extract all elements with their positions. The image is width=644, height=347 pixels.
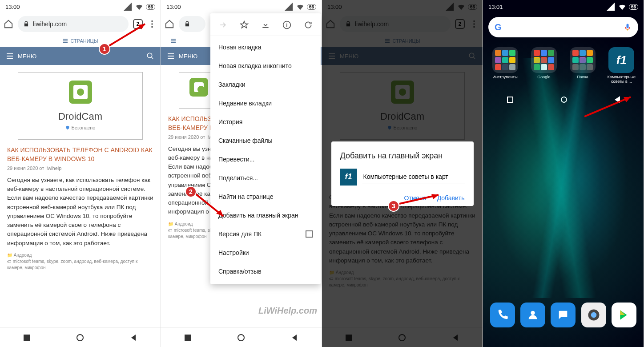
svg-point-3 — [147, 53, 152, 58]
back-button[interactable] — [130, 334, 137, 341]
battery-icon: 66 — [146, 4, 155, 10]
url-text: liwihelp.com — [33, 20, 67, 28]
hamburger-icon — [6, 52, 13, 60]
lock-icon — [23, 21, 29, 27]
menu-top-actions — [210, 17, 321, 36]
back-button[interactable] — [291, 334, 298, 341]
info-icon[interactable] — [282, 20, 291, 29]
phone-app[interactable] — [490, 303, 515, 327]
svg-rect-4 — [24, 335, 30, 341]
svg-point-5 — [77, 335, 83, 341]
battery-icon: 66 — [307, 4, 316, 10]
signal-icon — [123, 2, 133, 12]
hamburger-icon — [167, 52, 174, 60]
article-meta: 29 июня 2020 от liwihelp — [7, 165, 153, 172]
droidcam-box: DroidCam Безопасно — [18, 72, 143, 140]
menu-downloads[interactable]: Скачанные файлы — [210, 131, 321, 150]
pages-bar[interactable]: СТРАНИЦЫ — [0, 35, 161, 47]
menu-add-home[interactable]: Добавить на главный экран — [210, 206, 321, 225]
dock — [483, 303, 644, 327]
wallpaper — [483, 58, 644, 298]
mic-icon[interactable] — [623, 23, 632, 32]
droidcam-title: DroidCam — [26, 110, 134, 124]
article-title[interactable]: КАК ИСПОЛЬЗОВАТЬ ТЕЛЕФОН С ANDROID КАК В… — [7, 146, 153, 163]
nav-buttons — [161, 327, 322, 347]
svg-point-7 — [238, 335, 244, 341]
checkbox-icon[interactable] — [306, 230, 313, 238]
add-button[interactable]: Добавить — [437, 194, 465, 202]
home-button[interactable] — [237, 334, 245, 341]
menu-help[interactable]: Справка/отзыв — [210, 262, 321, 281]
menu-find[interactable]: Найти на странице — [210, 187, 321, 206]
signal-icon — [606, 2, 616, 12]
status-bar: 13:00 66 — [0, 0, 161, 13]
status-icons: 66 — [123, 2, 155, 12]
tab-count[interactable]: 2 — [133, 19, 143, 29]
phone-4: 13:01 66 G Инструменты Google Папка f1Ко… — [483, 0, 644, 347]
recent-apps-button[interactable] — [23, 334, 30, 341]
recent-apps-button[interactable] — [184, 334, 191, 341]
star-icon[interactable] — [240, 20, 249, 29]
url-bar[interactable] — [179, 16, 205, 32]
svg-point-0 — [151, 20, 153, 22]
site-icon: f1 — [340, 169, 357, 186]
menu-incognito[interactable]: Новая вкладка инкогнито — [210, 56, 321, 75]
reload-icon[interactable] — [304, 20, 313, 29]
svg-rect-6 — [185, 335, 191, 341]
article-categories: 📁 Андроид🏷 microsoft teams, skype, zoom,… — [7, 252, 153, 271]
site-menu-bar: МЕНЮ — [0, 47, 161, 65]
home-icon[interactable] — [165, 19, 174, 29]
battery-icon: 66 — [629, 4, 638, 10]
menu-button[interactable]: МЕНЮ — [6, 52, 36, 60]
status-bar: 13:00 66 — [161, 0, 322, 13]
play-store-app[interactable] — [612, 303, 636, 327]
menu-button[interactable]: МЕНЮ — [167, 52, 197, 60]
dialog-title: Добавить на главный экран — [340, 151, 465, 161]
phone-1: 13:00 66 liwihelp.com 2 СТРАНИЦЫ МЕНЮ Dr… — [0, 0, 161, 347]
dialog-overlay[interactable]: Добавить на главный экран f1 Отмена Доба… — [322, 0, 483, 347]
add-to-home-dialog: Добавить на главный экран f1 Отмена Доба… — [331, 141, 474, 206]
menu-translate[interactable]: Перевести... — [210, 150, 321, 169]
messages-app[interactable] — [551, 303, 576, 327]
download-icon[interactable] — [261, 20, 270, 29]
menu-bookmarks[interactable]: Закладки — [210, 75, 321, 94]
cancel-button[interactable]: Отмена — [404, 194, 426, 202]
google-search-bar[interactable]: G — [488, 17, 638, 37]
more-icon[interactable] — [147, 19, 157, 29]
menu-desktop[interactable]: Версия для ПК — [210, 225, 321, 243]
hamburger-icon — [63, 38, 68, 44]
menu-history[interactable]: История — [210, 113, 321, 131]
forward-icon[interactable] — [218, 20, 227, 29]
chrome-menu: Новая вкладка Новая вкладка инкогнито За… — [210, 13, 321, 284]
article-text: Сегодня вы узнаете, как использовать тел… — [7, 176, 153, 248]
page-content: DroidCam Безопасно КАК ИСПОЛЬЗОВАТЬ ТЕЛЕ… — [0, 65, 161, 327]
home-icon[interactable] — [4, 19, 13, 29]
google-logo: G — [495, 22, 502, 32]
svg-point-1 — [151, 23, 153, 25]
svg-rect-15 — [627, 24, 629, 28]
url-bar[interactable]: liwihelp.com — [18, 16, 129, 32]
watermark: LiWiHelp.com — [258, 306, 317, 316]
clock: 13:00 — [166, 4, 181, 10]
clock: 13:01 — [488, 4, 503, 10]
wifi-icon — [134, 2, 144, 12]
svg-point-18 — [591, 312, 596, 318]
nav-buttons — [0, 327, 161, 347]
menu-share[interactable]: Поделиться... — [210, 169, 321, 187]
svg-point-2 — [151, 26, 153, 28]
droidcam-logo — [189, 78, 208, 97]
menu-new-tab[interactable]: Новая вкладка — [210, 38, 321, 56]
signal-icon — [284, 2, 294, 12]
browser-toolbar: liwihelp.com 2 — [0, 13, 161, 35]
contacts-app[interactable] — [520, 303, 545, 327]
step-badge-1: 1 — [99, 43, 110, 55]
camera-app[interactable] — [581, 303, 606, 327]
shortcut-name-input[interactable] — [362, 170, 465, 183]
status-bar: 13:01 66 — [483, 0, 644, 13]
menu-recent[interactable]: Недавние вкладки — [210, 94, 321, 113]
search-icon[interactable] — [146, 52, 154, 60]
step-badge-3: 3 — [388, 200, 399, 212]
phone-2: 13:00 66 МЕНЮ КАК ИСПОЛЬЗОВЕБ-КАМЕРУ В 2… — [161, 0, 322, 347]
menu-settings[interactable]: Настройки — [210, 243, 321, 262]
home-button[interactable] — [76, 334, 84, 341]
